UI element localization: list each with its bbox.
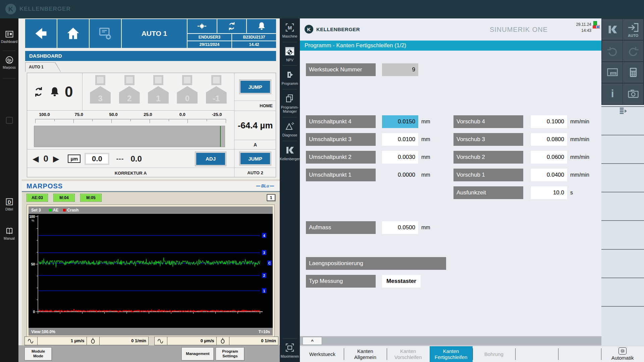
field-unit: mm/min — [570, 151, 589, 164]
marker-square — [211, 75, 221, 85]
home-button[interactable] — [57, 19, 89, 48]
ruler-tick — [35, 119, 36, 123]
field-value-umschaltpunkt-3[interactable]: 0.0100 — [382, 133, 418, 146]
field-value-umschaltpunkt-2[interactable]: 0.0030 — [382, 151, 418, 164]
field-value-vorschub-1[interactable]: 0.0400 — [531, 169, 567, 181]
field-value-vorschub-4[interactable]: 0.1000 — [531, 115, 567, 128]
gauge-value: 0 1/min — [100, 337, 149, 345]
nav-item-maximieren[interactable]: Maximieren — [280, 339, 300, 362]
bottom-tab-bar: WerkstueckKanten AllgemeinKanten Vorschl… — [301, 346, 644, 362]
marposs-logo: MARPOSS — [26, 182, 63, 190]
step-decrease-arrow[interactable]: ◀ — [33, 155, 39, 163]
nav-item-programm-manager[interactable]: Programm-Manager — [280, 89, 300, 117]
nav-item-maschine[interactable]: MMaschine — [280, 18, 300, 42]
redo-button[interactable] — [623, 41, 643, 61]
marposs-channel-tab[interactable]: M:04 — [53, 194, 75, 202]
keyboard-icon — [607, 67, 618, 78]
kellenberger-button[interactable] — [602, 19, 623, 40]
field-value-werkstueck-nummer[interactable]: 9 — [382, 63, 418, 76]
jump-home-button[interactable]: JUMP — [239, 80, 271, 94]
jump-auto2-button[interactable]: JUMP — [239, 152, 271, 165]
marposs-page-indicator[interactable]: 1 — [267, 194, 275, 201]
sine-icon — [155, 337, 167, 345]
date-display: 29.11.24 — [576, 21, 591, 27]
tab-auto1[interactable]: AUTO 1 — [25, 62, 61, 72]
maschine-icon: M — [285, 22, 295, 33]
tab-werkstueck[interactable]: Werkstueck — [301, 346, 344, 362]
unit-toggle[interactable]: µm — [68, 155, 80, 163]
position-marker: 1 — [148, 75, 169, 104]
status-cell: 0 — [27, 73, 83, 110]
calculator-button[interactable] — [623, 62, 643, 83]
field-value-typ-messung[interactable]: Messtaster — [382, 275, 421, 288]
sidebar-item-module[interactable] — [0, 116, 18, 125]
field-value-vorschub-3[interactable]: 0.0800 — [531, 133, 567, 146]
gauge-value: 0 µm/s — [167, 337, 217, 345]
marposs-channel-tab[interactable]: M:05 — [80, 194, 102, 202]
back-button[interactable] — [25, 19, 57, 48]
marker-pentagon: 1 — [148, 86, 169, 104]
field-label-ausfunkzeit: Ausfunkzeit — [453, 186, 523, 199]
field-label-werkstueck-nummer: Werkstueck Nummer — [306, 63, 376, 76]
sidebar-item-dittel[interactable]: DDittel — [0, 197, 18, 211]
nav-item-label: Maschine — [282, 34, 298, 39]
sidebar-item-marposs[interactable]: Marposs — [0, 55, 18, 69]
nav-item-kellenberger[interactable]: Kellenberger — [280, 141, 300, 165]
brand-text: KELLENBERGER — [19, 6, 71, 12]
legend-label: AE — [53, 208, 59, 213]
marposs-icon — [5, 55, 14, 65]
adj-button[interactable]: ADJ — [195, 152, 226, 166]
dashboard-widget-left: 0 3210-1 100.075.050.025.00.0-25.0 ◀ 0 ▶… — [27, 73, 234, 177]
top-header: K KELLENBERGER — [0, 0, 644, 18]
field-value-aufmass[interactable]: 0.0500 — [382, 221, 418, 234]
sidebar-item-dashboard[interactable]: Dashboard — [0, 29, 18, 44]
info-button[interactable]: i — [602, 83, 623, 104]
field-label-vorschub-4: Vorschub 4 — [453, 115, 523, 128]
marker-square — [95, 75, 105, 85]
marker-square — [124, 75, 135, 85]
undo-button[interactable] — [602, 41, 623, 61]
program-settings-button[interactable]: Program Settings — [216, 347, 245, 361]
field-value-umschaltpunkt-1[interactable]: 0.0000 — [382, 169, 418, 181]
field-value-umschaltpunkt-4[interactable]: 0.0150 — [382, 115, 418, 128]
dittel-icon: D — [5, 197, 14, 206]
tab-kanten-allgemein[interactable]: Kanten Allgemein — [344, 346, 387, 362]
svg-text:0: 0 — [33, 310, 35, 314]
nav-item-npv[interactable]: NPV — [280, 42, 300, 66]
auto-mode-button[interactable]: AUTO — [623, 19, 643, 40]
marposs-channel-tab[interactable]: AE:03 — [26, 194, 48, 202]
svg-text:i: i — [611, 88, 614, 100]
tab-kanten-fertigschleifen[interactable]: Kanten Fertigschleifen — [430, 346, 473, 362]
ruler-tick — [111, 119, 112, 123]
softkey-separator — [601, 249, 644, 250]
manual-icon — [5, 226, 14, 236]
user-name: ENDUSER3 — [187, 34, 231, 41]
svg-text:%: % — [32, 219, 34, 222]
keyboard-button[interactable] — [602, 62, 623, 83]
step-increase-arrow[interactable]: ▶ — [53, 155, 59, 163]
field-value-ausfunkzeit[interactable]: 10.0 — [531, 186, 567, 199]
kellenberger-brand: K KELLENBERGER — [5, 4, 71, 14]
module-mode-button[interactable]: Module Mode — [24, 347, 52, 361]
marker-row: 0 3210-1 — [27, 73, 234, 111]
correction-input[interactable]: 0.0 — [85, 153, 109, 165]
screenshot-button[interactable] — [623, 83, 643, 104]
collapse-button[interactable]: ^ — [303, 337, 322, 345]
tab-bohrung[interactable]: Bohrung — [473, 346, 516, 362]
nav-item-programm[interactable]: Programm — [280, 66, 300, 89]
marposs-button-strip: Module Mode Management Program Settings — [18, 345, 280, 362]
alarm-counter: 0 — [65, 83, 73, 100]
svg-text:3: 3 — [263, 251, 265, 255]
management-button[interactable]: Management — [181, 347, 214, 361]
tab-automatik[interactable]: Automatik — [601, 346, 644, 362]
field-value-vorschub-2[interactable]: 0.0600 — [531, 151, 567, 164]
scale-area: 100.075.050.025.00.0-25.0 — [27, 111, 234, 149]
softkey-separator — [601, 278, 644, 278]
sidebar-item-manual[interactable]: Manual — [0, 226, 18, 240]
nav-item-diagnose[interactable]: Diagnose — [280, 117, 300, 141]
tab-label: Kanten Allgemein — [347, 348, 384, 360]
softkey-menu-icon[interactable] — [601, 107, 644, 116]
screen-settings-button[interactable] — [90, 19, 121, 48]
tab-kanten-vorschleifen[interactable]: Kanten Vorschleifen — [387, 346, 430, 362]
plug-icon — [197, 21, 207, 31]
